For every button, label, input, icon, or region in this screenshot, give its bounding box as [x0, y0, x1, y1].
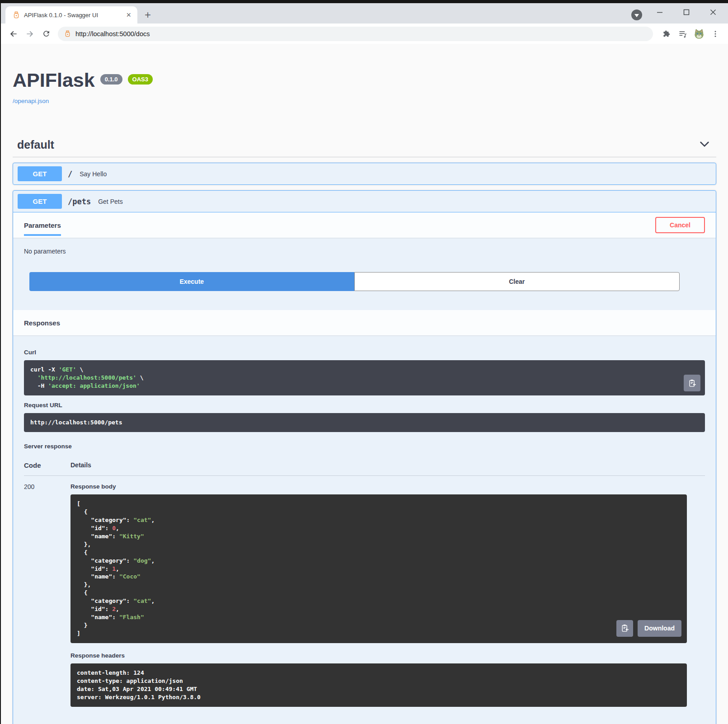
status-code: 200: [24, 483, 70, 707]
response-body-code: [ { "category": "cat", "id": 0, "name": …: [70, 494, 687, 643]
tag-section-default: default GET / Say Hello GET: [13, 138, 716, 724]
execute-button[interactable]: Execute: [29, 272, 354, 291]
responses-header: Responses: [13, 310, 716, 335]
curl-label: Curl: [24, 349, 705, 356]
media-controls-icon[interactable]: [675, 26, 691, 42]
no-parameters-text: No parameters: [13, 238, 716, 259]
parameters-header: Parameters Cancel: [13, 212, 716, 238]
response-row-200: 200 Response body [ { "category": "cat",…: [24, 476, 705, 707]
window-controls: [643, 6, 723, 19]
method-badge-get: GET: [18, 194, 62, 209]
response-table-header: Code Details: [24, 457, 705, 476]
tab-strip: APIFlask 0.1.0 - Swagger UI × +: [1, 3, 728, 24]
close-button[interactable]: [703, 6, 723, 19]
window-titlebar: [1, 0, 728, 3]
oas3-badge: OAS3: [128, 74, 153, 85]
server-response-label: Server response: [24, 443, 705, 450]
version-badge: 0.1.0: [100, 74, 122, 85]
clipboard-copy-icon[interactable]: [616, 620, 633, 637]
opblock-get-pets: GET /pets Get Pets Parameters Cancel No …: [13, 190, 716, 724]
responses-label: Responses: [24, 319, 60, 327]
clipboard-copy-icon[interactable]: [684, 375, 700, 391]
tag-header[interactable]: default: [13, 138, 716, 157]
maximize-button[interactable]: [676, 6, 697, 19]
request-url-value: http://localhost:5000/pets: [24, 413, 705, 432]
opblock-summary-say-hello[interactable]: GET / Say Hello: [13, 163, 716, 184]
curl-code: curl -X 'GET' \ 'http://localhost:5000/p…: [24, 360, 705, 395]
op-summary: Say Hello: [80, 170, 107, 178]
details-column-header: Details: [70, 461, 91, 469]
method-badge-get: GET: [18, 166, 62, 181]
response-headers-label: Response headers: [70, 652, 687, 659]
browser-tab[interactable]: APIFlask 0.1.0 - Swagger UI ×: [5, 6, 137, 24]
browser-window: APIFlask 0.1.0 - Swagger UI × +: [0, 0, 728, 724]
tab-close-icon[interactable]: ×: [124, 11, 133, 19]
extensions-icon[interactable]: [658, 26, 675, 42]
request-url-label: Request URL: [24, 402, 705, 409]
tag-name: default: [17, 138, 54, 151]
url-text[interactable]: http://localhost:5000/docs: [75, 30, 150, 38]
response-headers-code: content-length: 124content-type: applica…: [70, 663, 687, 707]
opblock-say-hello: GET / Say Hello: [13, 163, 716, 185]
api-info: APIFlask 0.1.0 OAS3 /openapi.json: [13, 44, 716, 105]
cancel-button[interactable]: Cancel: [655, 217, 705, 233]
url-bar[interactable]: http://localhost:5000/docs: [58, 27, 653, 41]
execute-row: Execute Clear: [13, 259, 716, 310]
openapi-spec-link[interactable]: /openapi.json: [13, 98, 49, 104]
flask-jar-icon: [13, 11, 20, 19]
flask-jar-icon: [64, 30, 71, 37]
minimize-button[interactable]: [649, 6, 670, 19]
opblock-summary-get-pets[interactable]: GET /pets Get Pets: [13, 191, 716, 212]
swagger-page: APIFlask 0.1.0 OAS3 /openapi.json defaul…: [1, 44, 728, 724]
tab-parameters[interactable]: Parameters: [24, 221, 61, 229]
profile-avatar[interactable]: [691, 26, 707, 42]
response-body-label: Response body: [70, 483, 687, 490]
op-path: /: [68, 169, 72, 179]
chevron-down-icon[interactable]: [699, 139, 710, 151]
browser-toolbar: http://localhost:5000/docs: [1, 24, 728, 44]
new-tab-button[interactable]: +: [145, 10, 151, 19]
menu-kebab-icon[interactable]: [707, 26, 723, 42]
browser-update-icon[interactable]: [631, 9, 642, 20]
responses-inner: Curl curl -X 'GET' \ 'http://localhost:5…: [13, 335, 716, 724]
response-details: Response body [ { "category": "cat", "id…: [70, 483, 705, 707]
download-button[interactable]: Download: [638, 620, 681, 637]
back-button[interactable]: [5, 26, 22, 42]
forward-button[interactable]: [22, 26, 38, 42]
op-summary: Get Pets: [98, 198, 122, 205]
op-path: /pets: [68, 197, 91, 206]
clear-button[interactable]: Clear: [354, 272, 680, 291]
tab-title: APIFlask 0.1.0 - Swagger UI: [24, 12, 124, 19]
code-column-header: Code: [24, 461, 70, 469]
reload-button[interactable]: [38, 26, 54, 42]
page-title: APIFlask: [13, 70, 95, 91]
